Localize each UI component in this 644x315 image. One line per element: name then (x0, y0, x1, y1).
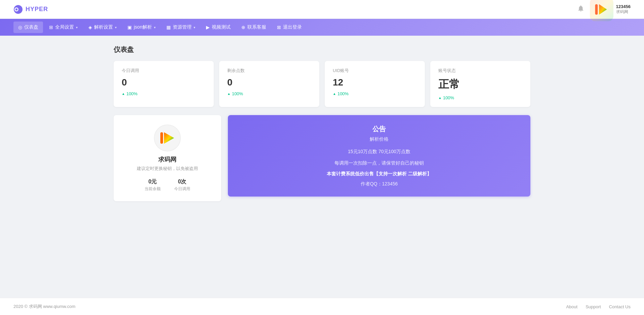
user-avatar-icon (590, 0, 613, 21)
profile-calls-value: 0次 (178, 178, 187, 185)
announcement-line3: 本套计费系统低价出售【支持一次解析 二级解析】 (239, 171, 520, 177)
nav-label-dashboard: 仪表盘 (24, 24, 38, 30)
profile-stat-calls: 0次 今日调用 (174, 178, 190, 192)
user-name: 求码网 (616, 9, 628, 15)
chevron-down-icon-2: ▾ (115, 26, 117, 29)
top-bar: HYPER 123456 (0, 0, 644, 19)
video-test-icon: ▶ (206, 25, 210, 30)
nav-item-resource-mgmt[interactable]: ▦ 资源管理 ▾ (162, 22, 200, 33)
stat-value-remaining-points: 0 (227, 77, 311, 88)
user-info: 123456 求码网 (590, 0, 631, 21)
nav-label-contact: 联系客服 (247, 24, 266, 30)
announcement-title: 公告 (239, 125, 520, 134)
main-content: 仪表盘 今日调用 0 100% 剩余点数 0 100% UID账号 12 100… (100, 36, 544, 215)
footer-link-support[interactable]: Support (586, 304, 601, 309)
nav-label-global-settings: 全局设置 (55, 24, 74, 30)
profile-calls-label: 今日调用 (174, 186, 190, 192)
profile-avatar-wrap (154, 125, 181, 151)
profile-stats: 0元 当前余额 0次 今日调用 (122, 178, 213, 192)
svg-point-2 (15, 8, 17, 10)
stat-value-uid: 12 (333, 77, 417, 88)
stat-change-today-calls: 100% (122, 91, 206, 96)
stat-card-account-status: 账号状态 正常 100% (430, 61, 530, 107)
announcement-subtitle: 解析价格 (239, 136, 520, 142)
user-id: 123456 (616, 4, 631, 9)
footer-links: About Support Contact Us (566, 304, 631, 309)
stat-change-remaining-points: 100% (227, 91, 311, 96)
nav-item-contact[interactable]: ⊕ 联系客服 (237, 22, 271, 33)
nav-item-json-parse[interactable]: ▣ json解析 ▾ (123, 22, 160, 33)
bottom-row: 求码网 建议定时更换秘钥，以免被盗用 0元 当前余额 0次 今日调用 公告 解析… (114, 115, 530, 201)
profile-balance-value: 0元 (149, 178, 157, 185)
stat-value-today-calls: 0 (122, 77, 206, 88)
stat-card-today-calls: 今日调用 0 100% (114, 61, 214, 107)
footer-copyright: 2020 © 求码网 www.qiumw.com (13, 304, 75, 310)
footer-link-about[interactable]: About (566, 304, 577, 309)
global-settings-icon: ⊞ (49, 25, 53, 30)
logout-icon: ⊠ (277, 25, 281, 30)
chevron-down-icon: ▾ (76, 26, 78, 29)
profile-stat-balance: 0元 当前余额 (145, 178, 161, 192)
logo-text: HYPER (26, 6, 48, 13)
dashboard-icon: ◎ (18, 25, 22, 30)
user-details: 123456 求码网 (616, 4, 631, 15)
resource-mgmt-icon: ▦ (166, 25, 171, 30)
nav-label-logout: 退出登录 (283, 24, 302, 30)
nav-bar: ◎ 仪表盘 ⊞ 全局设置 ▾ ◈ 解析设置 ▾ ▣ json解析 ▾ ▦ 资源管… (0, 19, 644, 36)
announcement-card: 公告 解析价格 15元10万点数 70元100万点数 每调用一次扣除一点，请保管… (228, 115, 530, 197)
logo-icon (13, 5, 23, 14)
top-right: 123456 求码网 (577, 0, 631, 21)
bell-icon[interactable] (577, 5, 585, 14)
parse-settings-icon: ◈ (88, 25, 92, 30)
contact-icon: ⊕ (241, 25, 245, 30)
nav-item-dashboard[interactable]: ◎ 仪表盘 (13, 22, 43, 33)
stat-label-today-calls: 今日调用 (122, 68, 206, 74)
svg-rect-8 (160, 132, 163, 144)
profile-desc: 建议定时更换秘钥，以免被盗用 (137, 166, 198, 172)
nav-item-logout[interactable]: ⊠ 退出登录 (272, 22, 307, 33)
nav-item-global-settings[interactable]: ⊞ 全局设置 ▾ (44, 22, 82, 33)
json-parse-icon: ▣ (127, 25, 132, 30)
footer: 2020 © 求码网 www.qiumw.com About Support C… (0, 298, 644, 315)
nav-label-resource-mgmt: 资源管理 (173, 24, 192, 30)
announcement-line1: 15元10万点数 70元100万点数 (239, 148, 520, 155)
stat-card-remaining-points: 剩余点数 0 100% (219, 61, 319, 107)
announcement-line2: 每调用一次扣除一点，请保管好自己的秘钥 (239, 159, 520, 167)
nav-label-parse-settings: 解析设置 (94, 24, 113, 30)
page-title: 仪表盘 (114, 45, 530, 54)
footer-link-contact[interactable]: Contact Us (609, 304, 631, 309)
stat-label-account-status: 账号状态 (438, 68, 522, 74)
chevron-down-icon-4: ▾ (194, 26, 195, 29)
stat-label-uid: UID账号 (333, 68, 417, 74)
stat-label-remaining-points: 剩余点数 (227, 68, 311, 74)
stat-change-account-status: 100% (438, 95, 522, 100)
nav-label-json-parse: json解析 (134, 24, 152, 30)
stats-row: 今日调用 0 100% 剩余点数 0 100% UID账号 12 100% 账号… (114, 61, 530, 107)
stat-change-uid: 100% (333, 91, 417, 96)
logo-area: HYPER (13, 5, 48, 14)
nav-item-parse-settings[interactable]: ◈ 解析设置 ▾ (84, 22, 121, 33)
profile-balance-label: 当前余额 (145, 186, 161, 192)
profile-card: 求码网 建议定时更换秘钥，以免被盗用 0元 当前余额 0次 今日调用 (114, 115, 221, 201)
profile-avatar-icon (156, 126, 179, 150)
profile-name: 求码网 (158, 155, 176, 164)
announcement-qq: 作者QQ：123456 (239, 181, 520, 187)
stat-value-account-status: 正常 (438, 77, 522, 92)
svg-rect-5 (595, 4, 598, 14)
stat-card-uid: UID账号 12 100% (325, 61, 425, 107)
chevron-down-icon-3: ▾ (154, 26, 156, 29)
nav-label-video-test: 视频测试 (212, 24, 231, 30)
nav-item-video-test[interactable]: ▶ 视频测试 (201, 22, 235, 33)
